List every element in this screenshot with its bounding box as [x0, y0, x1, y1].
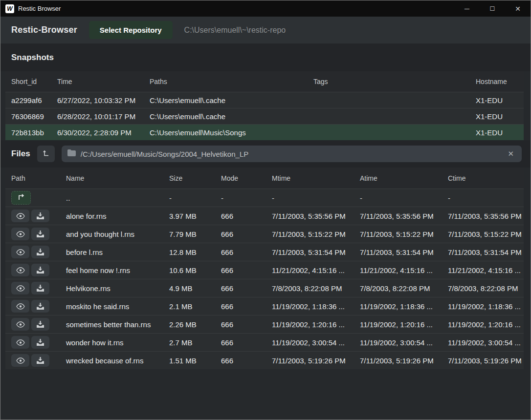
file-name: Helvikone.rns — [60, 284, 163, 293]
file-mode: 666 — [215, 284, 266, 293]
download-icon — [37, 212, 44, 219]
file-size: 2.26 MB — [163, 320, 215, 329]
download-file-button[interactable] — [31, 354, 49, 367]
snapshots-section-header: Snapshots — [0, 43, 531, 71]
file-row: Helvikone.rns 4.9 MB 666 7/8/2003, 8:22:… — [5, 279, 524, 297]
download-icon — [37, 357, 44, 364]
file-atime: 11/19/2002, 1:20:16 ... — [354, 320, 442, 329]
column-name: Name — [60, 174, 163, 182]
app-window: W Restic Browser ─ ☐ ✕ Restic-Browser Se… — [0, 0, 531, 420]
file-atime: 7/11/2003, 5:15:22 PM — [354, 230, 442, 238]
folder-icon — [67, 149, 76, 158]
titlebar: W Restic Browser ─ ☐ ✕ — [0, 0, 531, 17]
select-repository-button[interactable]: Select Repository — [89, 21, 173, 39]
file-mtime: 7/11/2003, 5:31:54 PM — [266, 248, 354, 256]
file-name: alone for.rns — [60, 212, 163, 220]
snapshot-paths: C:\Users\emuell\.cache — [144, 96, 308, 105]
file-ctime: 11/19/2002, 3:00:54 ... — [442, 338, 524, 347]
file-row: wonder how it.rns 2.7 MB 666 11/19/2002,… — [5, 333, 524, 351]
preview-file-button[interactable] — [11, 300, 29, 313]
file-ctime: 11/21/2002, 4:15:16 ... — [442, 266, 524, 274]
file-atime: 11/19/2002, 1:18:36 ... — [354, 302, 442, 311]
download-file-button[interactable] — [31, 300, 49, 313]
eye-icon — [16, 267, 25, 273]
file-size: - — [163, 194, 215, 202]
snapshot-time: 6/27/2022, 10:03:32 PM — [51, 96, 144, 105]
file-mode: 666 — [215, 320, 266, 329]
snapshot-row[interactable]: 76306869 6/28/2022, 10:01:17 PM C:\Users… — [5, 108, 524, 124]
snapshots-table-body: a2299af6 6/27/2022, 10:03:32 PM C:\Users… — [5, 92, 524, 140]
file-ctime: 11/19/2002, 1:18:36 ... — [442, 302, 524, 311]
clear-path-button[interactable]: ✕ — [506, 148, 516, 159]
preview-file-button[interactable] — [11, 336, 29, 349]
app-logo-icon: W — [5, 4, 14, 13]
file-name: before l.rns — [60, 248, 163, 256]
preview-file-button[interactable] — [11, 246, 29, 258]
file-ctime: 7/11/2003, 5:35:56 PM — [442, 212, 524, 220]
download-icon — [37, 231, 44, 237]
file-atime: 11/19/2002, 3:00:54 ... — [354, 338, 442, 347]
go-to-root-button[interactable] — [37, 146, 55, 162]
download-file-button[interactable] — [31, 228, 49, 240]
download-icon — [37, 267, 44, 273]
download-file-button[interactable] — [31, 318, 49, 331]
snapshot-short-id: 76306869 — [5, 112, 51, 121]
up-directory-button[interactable] — [11, 191, 31, 205]
file-row: feel home now !.rns 10.6 MB 666 11/21/20… — [5, 261, 524, 279]
preview-file-button[interactable] — [11, 318, 29, 331]
file-mode: 666 — [215, 230, 266, 238]
file-size: 2.7 MB — [163, 338, 215, 347]
snapshot-row[interactable]: 72b813bb 6/30/2022, 2:28:09 PM C:\Users\… — [5, 124, 524, 140]
file-mtime: 11/19/2002, 1:20:16 ... — [266, 320, 354, 329]
eye-icon — [16, 249, 25, 255]
maximize-button[interactable]: ☐ — [480, 0, 505, 17]
download-file-button[interactable] — [31, 246, 49, 258]
file-size: 7.79 MB — [163, 230, 215, 238]
files-section-header: Files /C:/Users/emuell/Music/Songs/2004_… — [0, 140, 531, 168]
file-ctime: - — [442, 194, 524, 202]
file-name: wrecked because of.rns — [60, 357, 163, 365]
column-short-id: Short_id — [5, 78, 51, 85]
snapshot-hostname: X1-EDU — [470, 128, 524, 137]
eye-icon — [16, 339, 25, 346]
files-path-value: /C:/Users/emuell/Music/Songs/2004_Helvet… — [81, 150, 501, 158]
column-mode: Mode — [215, 174, 266, 182]
file-mode: 666 — [215, 212, 266, 220]
file-row: moskito he said.rns 2.1 MB 666 11/19/200… — [5, 297, 524, 315]
minimize-button[interactable]: ─ — [454, 0, 480, 17]
file-size: 10.6 MB — [163, 266, 215, 274]
download-file-button[interactable] — [31, 282, 49, 294]
file-mode: - — [215, 194, 266, 202]
file-size: 3.97 MB — [163, 212, 215, 220]
file-name: moskito he said.rns — [60, 302, 163, 311]
file-mode: 666 — [215, 302, 266, 311]
preview-file-button[interactable] — [11, 228, 29, 240]
file-row: sometimes better than.rns 2.26 MB 666 11… — [5, 315, 524, 333]
file-atime: - — [354, 194, 442, 202]
files-table-header: Path Name Size Mode Mtime Atime Ctime — [5, 168, 524, 189]
preview-file-button[interactable] — [11, 354, 29, 367]
file-ctime: 11/19/2002, 1:20:16 ... — [442, 320, 524, 329]
download-icon — [37, 249, 44, 255]
preview-file-button[interactable] — [11, 264, 29, 276]
snapshot-short-id: a2299af6 — [5, 96, 51, 105]
download-file-button[interactable] — [31, 210, 49, 222]
close-button[interactable]: ✕ — [505, 0, 531, 17]
file-atime: 7/11/2003, 5:19:26 PM — [354, 357, 442, 365]
file-ctime: 7/11/2003, 5:19:26 PM — [442, 357, 524, 365]
eye-icon — [16, 321, 25, 328]
file-mtime: 11/21/2002, 4:15:16 ... — [266, 266, 354, 274]
download-file-button[interactable] — [31, 336, 49, 349]
preview-file-button[interactable] — [11, 210, 29, 222]
preview-file-button[interactable] — [11, 282, 29, 294]
snapshot-row[interactable]: a2299af6 6/27/2022, 10:03:32 PM C:\Users… — [5, 92, 524, 108]
column-paths: Paths — [144, 78, 308, 85]
column-time: Time — [51, 78, 144, 85]
snapshots-table-header: Short_id Time Paths Tags Hostname — [5, 71, 524, 92]
file-size: 1.51 MB — [163, 357, 215, 365]
download-file-button[interactable] — [31, 264, 49, 276]
file-row: before l.rns 12.8 MB 666 7/11/2003, 5:31… — [5, 243, 524, 261]
files-path-input[interactable]: /C:/Users/emuell/Music/Songs/2004_Helvet… — [62, 146, 522, 162]
file-mtime: 11/19/2002, 1:18:36 ... — [266, 302, 354, 311]
column-path: Path — [5, 174, 60, 182]
